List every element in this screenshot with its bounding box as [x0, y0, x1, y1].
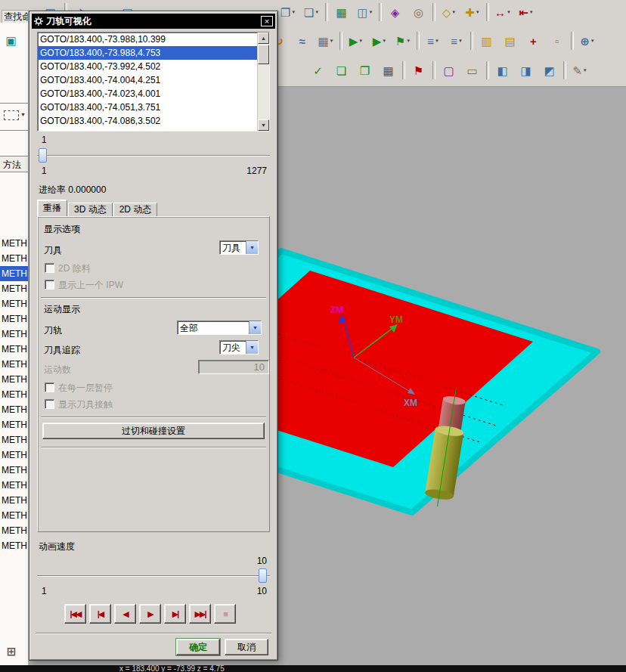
spline-icon[interactable]: ≈: [293, 31, 312, 51]
geometry-view-icon[interactable]: ▤: [500, 31, 520, 51]
goto-list-item[interactable]: GOTO/183.400,-73.988,4.753: [38, 46, 257, 60]
method-list-item[interactable]: METH: [0, 327, 28, 342]
method-list-item[interactable]: METH: [0, 417, 28, 432]
checkbox-2d-removal[interactable]: 2D 除料: [45, 262, 91, 275]
dimension-icon[interactable]: ↔▼: [493, 2, 513, 22]
method-list-item[interactable]: METH: [0, 538, 28, 553]
goto-list[interactable]: ▲ ▼ GOTO/183.400,-73.988,10.399GOTO/183.…: [37, 32, 270, 132]
toolbar-icon[interactable]: [432, 61, 435, 79]
scrollbar-thumb[interactable]: [258, 45, 269, 64]
method-list-item[interactable]: METH: [0, 296, 28, 311]
blank-icon[interactable]: ▫: [547, 31, 567, 51]
method-list-item[interactable]: METH: [0, 281, 28, 296]
play-to-start-button[interactable]: |◀◀: [64, 604, 86, 624]
generate-toolpath-icon[interactable]: ▶▼: [346, 31, 366, 51]
goto-scrollbar[interactable]: ▲ ▼: [257, 33, 269, 131]
spreadsheet-icon[interactable]: ▦: [332, 2, 352, 22]
shop-doc-icon[interactable]: ▦: [379, 60, 398, 80]
edit-settings-icon[interactable]: ✎▼: [570, 60, 590, 80]
ok-button[interactable]: 确定: [176, 639, 220, 655]
show-part-icon[interactable]: ▣: [2, 30, 21, 50]
copy-display-icon[interactable]: ❐▼: [278, 2, 298, 22]
material-display-icon[interactable]: ◈: [386, 2, 405, 22]
slider-track[interactable]: [37, 575, 270, 577]
goto-list-item[interactable]: GOTO/183.400,-73.992,4.502: [38, 60, 257, 73]
animation-speed-slider[interactable]: [37, 568, 270, 584]
checkbox-box[interactable]: [45, 263, 54, 273]
tool-track-combo[interactable]: 刀尖 ▼: [219, 340, 259, 355]
toolpath-combo[interactable]: 全部 ▼: [177, 321, 262, 335]
method-list-item[interactable]: METH: [0, 311, 28, 327]
stock-icon[interactable]: ▭: [463, 60, 482, 80]
method-list-item[interactable]: METH: [0, 463, 28, 478]
method-list-item[interactable]: METH: [0, 508, 28, 523]
method-column-header[interactable]: 方法: [0, 156, 28, 172]
sync-left-icon[interactable]: ◧: [493, 60, 513, 80]
method-list-item[interactable]: METH: [0, 447, 28, 463]
close-icon[interactable]: ×: [261, 16, 273, 26]
method-list-item[interactable]: METH: [0, 523, 28, 538]
method-list-item[interactable]: METH: [0, 372, 28, 387]
sync-right-icon[interactable]: ◨: [516, 60, 536, 80]
tab-2d-dynamic[interactable]: 2D 动态: [113, 203, 158, 216]
toolbar-icon[interactable]: [432, 3, 435, 21]
step-back-button[interactable]: |◀: [89, 604, 111, 624]
machine-tool-icon[interactable]: ▥: [477, 31, 497, 51]
play-backward-button[interactable]: ◀: [114, 604, 136, 624]
gouge-collision-settings-button[interactable]: 过切和碰撞设置: [42, 423, 265, 439]
checkbox-box[interactable]: [45, 382, 54, 392]
toolbar-icon[interactable]: [339, 32, 342, 50]
insert-icon[interactable]: ⊕▼: [578, 31, 597, 51]
toolbar-icon[interactable]: [402, 61, 405, 79]
paste-display-icon[interactable]: ❏▼: [302, 2, 321, 22]
toolbar-icon[interactable]: [379, 3, 382, 21]
grid-icon[interactable]: ⊞: [2, 641, 21, 661]
sync-both-icon[interactable]: ◩: [540, 60, 559, 80]
toolbar-icon[interactable]: [486, 61, 489, 79]
find-settings-icon[interactable]: ◎: [409, 2, 429, 22]
method-list-item[interactable]: METH: [0, 493, 28, 508]
method-list-item[interactable]: METH: [0, 251, 28, 266]
method-list-item[interactable]: METH: [0, 402, 28, 417]
slider-track[interactable]: [37, 155, 270, 156]
find-command-label[interactable]: 查找命: [2, 10, 29, 23]
method-list-item[interactable]: METH: [0, 357, 28, 372]
method-list-item[interactable]: METH: [0, 266, 28, 281]
goto-list-item[interactable]: GOTO/183.400,-74.004,4.251: [38, 73, 257, 87]
slider-thumb[interactable]: [39, 148, 47, 163]
step-forward-button[interactable]: ▶|: [164, 604, 186, 624]
checkbox-tool-contact[interactable]: 显示刀具接触: [45, 398, 113, 411]
motion-count-input[interactable]: 10: [198, 360, 269, 374]
verify-check-icon[interactable]: ✓: [308, 60, 328, 80]
toolbar-icon[interactable]: [325, 3, 328, 21]
chevron-down-icon[interactable]: ▼: [20, 112, 26, 117]
method-list-item[interactable]: METH: [0, 342, 28, 357]
toolbar-icon[interactable]: [563, 61, 566, 79]
method-list-item[interactable]: METH: [0, 478, 28, 493]
method-list-item[interactable]: METH: [0, 432, 28, 447]
stop-button[interactable]: ■: [214, 604, 236, 624]
snap-point-icon[interactable]: ◇▼: [439, 2, 459, 22]
flag-icon[interactable]: ⚑: [409, 60, 429, 80]
play-to-end-button[interactable]: ▶▶|: [189, 604, 211, 624]
selection-filter-icon[interactable]: [4, 110, 19, 120]
toolbar-icon[interactable]: [571, 32, 574, 50]
verify-toolpath-icon[interactable]: ⚑▼: [393, 31, 413, 51]
scroll-down-icon[interactable]: ▼: [258, 119, 269, 131]
measure-icon[interactable]: ⇤▼: [516, 2, 536, 22]
scroll-up-icon[interactable]: ▲: [258, 33, 269, 44]
checkbox-show-ipw[interactable]: 显示上一个 IPW: [45, 279, 123, 292]
toolbar-icon[interactable]: [486, 3, 489, 21]
datum-point-icon[interactable]: ✚▼: [463, 2, 482, 22]
postprocess-icon[interactable]: ❐: [355, 60, 375, 80]
toolpath-progress-slider[interactable]: [37, 147, 270, 164]
goto-list-item[interactable]: GOTO/183.400,-74.086,3.502: [38, 114, 257, 128]
monitor-icon[interactable]: ▢: [439, 60, 459, 80]
view-layout-icon[interactable]: ◫▼: [355, 2, 375, 22]
chevron-down-icon[interactable]: ▼: [249, 321, 261, 334]
list-output-icon[interactable]: ❏: [332, 60, 352, 80]
chevron-down-icon[interactable]: ▼: [246, 241, 258, 254]
create-operation-icon[interactable]: +: [524, 31, 544, 51]
chevron-down-icon[interactable]: ▼: [246, 341, 258, 354]
goto-list-item[interactable]: GOTO/183.400,-74.023,4.001: [38, 87, 257, 101]
